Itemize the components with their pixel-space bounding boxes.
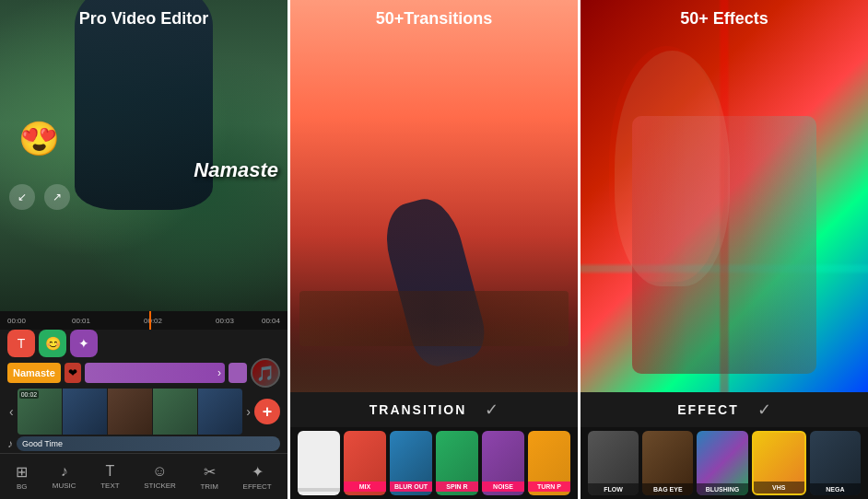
track-icons-row: T 😊 ✦: [0, 330, 287, 357]
effect-label: EFFECT: [243, 482, 272, 491]
prev-arrow[interactable]: ‹: [7, 404, 16, 419]
effect-thumb-blushing[interactable]: BLUSHING: [697, 431, 747, 495]
bg-label: BG: [17, 482, 28, 491]
effect-thumb-vhs[interactable]: VHS: [752, 431, 806, 495]
transition-turnp-label: TURN P: [528, 482, 570, 492]
effect-blushing-label: BLUSHING: [697, 483, 747, 495]
bg-icon: ⊞: [16, 463, 28, 481]
panel2-title: 50+Transitions: [290, 9, 578, 29]
trim-icon: ✂: [204, 463, 216, 481]
effect-flow-label: FLOW: [588, 483, 639, 495]
effect-thumb-nega[interactable]: NEGA: [810, 431, 861, 495]
effects-strip: FLOW BAG EYE BLUSHING VHS NEGA: [581, 427, 868, 499]
effect-thumb-flow[interactable]: FLOW: [588, 431, 639, 495]
cyan-channel: [615, 51, 730, 286]
transition-thumb-turnp[interactable]: TURN P: [528, 431, 570, 495]
video-clip-4[interactable]: [153, 389, 197, 435]
effect-label-bar: EFFECT ✓: [581, 392, 868, 427]
purple-small-track: [229, 363, 247, 383]
time-marker-3: 00:03: [216, 317, 234, 325]
text-label: TEXT: [100, 482, 119, 490]
namaste-label-bar[interactable]: Namaste: [7, 363, 61, 383]
text-track-icon[interactable]: T: [7, 330, 35, 357]
namaste-label: Namaste: [13, 367, 55, 378]
emoji-track-icon[interactable]: 😊: [39, 330, 66, 357]
video-clips-row: ‹ 00:02 › +: [0, 389, 287, 435]
effects-panel: 50+ Effects EFFECT ✓ FLOW BAG EYE BLUSHI…: [581, 0, 868, 499]
next-arrow[interactable]: ›: [244, 404, 252, 419]
video-clips-strip: 00:02: [18, 389, 243, 435]
pro-video-editor-panel: Pro Video Editor 😍 Namaste ↙ ↗ 00:00 00:…: [0, 0, 287, 499]
transition-noise-label: NOISE: [482, 482, 524, 492]
background-huts: [299, 291, 569, 346]
bottom-toolbar: ⊞ BG ♪ MUSIC T TEXT ☺ STICKER ✂ TRIM ✦ E…: [0, 453, 287, 499]
panel1-title: Pro Video Editor: [0, 9, 287, 29]
sticker-track-icon[interactable]: ✦: [70, 330, 98, 357]
playhead: [149, 311, 151, 330]
video-clip-5[interactable]: [198, 389, 242, 435]
toolbar-effect[interactable]: ✦ EFFECT: [243, 463, 272, 491]
avatar-circle: 🎵: [251, 358, 280, 388]
purple-track-bar[interactable]: ›: [85, 363, 225, 383]
toolbar-bg[interactable]: ⊞ BG: [16, 463, 28, 491]
call-icons-area: ↙ ↗: [9, 184, 70, 210]
effect-nega-label: NEGA: [810, 483, 861, 495]
add-clip-button[interactable]: +: [254, 399, 280, 424]
transition-none-label: [298, 488, 340, 492]
effect-icon: ✦: [252, 463, 264, 481]
transition-blurout-label: BLUR OUT: [390, 482, 432, 492]
video-clip-3[interactable]: [108, 389, 152, 435]
transition-thumb-spinr[interactable]: SPIN R: [436, 431, 478, 495]
toolbar-sticker[interactable]: ☺ STICKER: [144, 463, 176, 490]
transitions-strip: MIX BLUR OUT SPIN R NOISE TURN P: [290, 427, 578, 499]
call-end-icon[interactable]: ↙: [9, 184, 35, 210]
transition-thumb-noise[interactable]: NOISE: [482, 431, 524, 495]
timeline-ruler: 00:00 00:01 00:02 00:03 00:04: [0, 311, 287, 330]
toolbar-music[interactable]: ♪ MUSIC: [53, 463, 76, 490]
effect-thumb-bageye[interactable]: BAG EYE: [642, 431, 693, 495]
text-icon: T: [106, 463, 115, 480]
track-arrow: ›: [217, 366, 221, 379]
music-track-bar[interactable]: Good Time: [17, 436, 280, 451]
panel3-title: 50+ Effects: [581, 9, 868, 29]
emoji-track-bar[interactable]: ❤: [65, 363, 81, 383]
text-sticker[interactable]: Namaste: [194, 158, 278, 182]
transition-label-bar: TRANSITION ✓: [290, 392, 578, 427]
transition-thumb-none[interactable]: [298, 431, 340, 495]
time-marker-4: 00:04: [262, 317, 280, 325]
transitions-panel: 50+Transitions TRANSITION ✓ MIX BLUR OUT…: [290, 0, 578, 499]
tracks-area: Namaste ❤ › 🎵: [0, 357, 287, 389]
music-icon: ♪: [61, 463, 68, 480]
person-figure: [75, 0, 213, 210]
transition-thumb-mix[interactable]: MIX: [344, 431, 386, 495]
effect-vhs-label: VHS: [754, 482, 804, 493]
music-label: MUSIC: [53, 482, 76, 490]
transitions-video-preview: 50+Transitions: [290, 0, 578, 392]
video-clip-1[interactable]: 00:02: [18, 389, 62, 435]
transition-spinr-label: SPIN R: [436, 482, 478, 492]
sticker-label: STICKER: [144, 482, 176, 490]
music-row: ♪ Good Time: [0, 435, 287, 453]
emoji-sticker[interactable]: 😍: [18, 120, 60, 158]
effect-bageye-label: BAG EYE: [642, 483, 693, 495]
transition-thumb-blurout[interactable]: BLUR OUT: [390, 431, 432, 495]
transition-check-icon[interactable]: ✓: [485, 400, 499, 420]
sticker-icon: ☺: [152, 463, 167, 480]
effect-label: EFFECT: [677, 402, 738, 417]
effects-video-preview: 50+ Effects: [581, 0, 868, 392]
transition-mix-label: MIX: [344, 482, 386, 492]
transition-label: TRANSITION: [369, 402, 467, 417]
toolbar-text[interactable]: T TEXT: [100, 463, 119, 490]
music-note-icon: ♪: [7, 437, 13, 450]
clip-time-label: 00:02: [19, 390, 40, 399]
time-marker-0: 00:00: [7, 317, 26, 325]
music-track-name: Good Time: [22, 439, 63, 448]
time-marker-2: 00:02: [144, 317, 162, 325]
text-track-row: Namaste ❤ › 🎵: [7, 361, 280, 385]
trim-label: TRIM: [200, 482, 218, 491]
video-preview-area: Pro Video Editor 😍 Namaste ↙ ↗: [0, 0, 287, 311]
call-answer-icon[interactable]: ↗: [44, 184, 70, 210]
effect-check-icon[interactable]: ✓: [757, 400, 771, 420]
toolbar-trim[interactable]: ✂ TRIM: [200, 463, 218, 491]
video-clip-2[interactable]: [63, 389, 107, 435]
